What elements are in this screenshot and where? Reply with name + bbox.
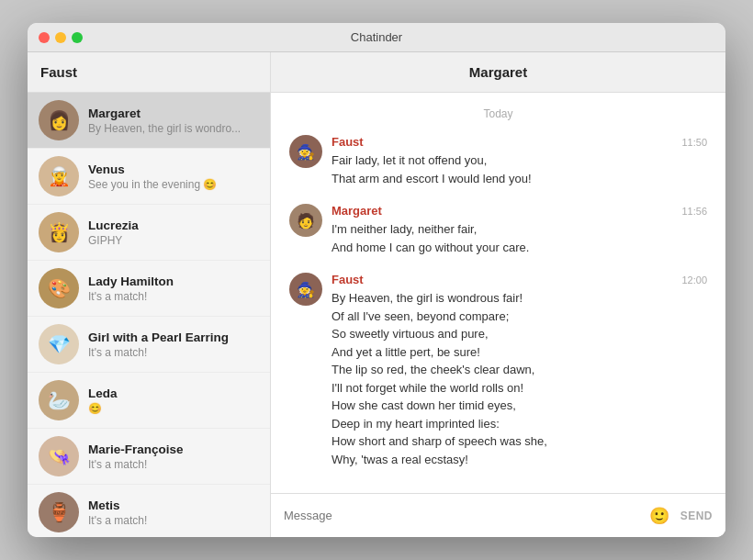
sidebar-item-ladyhamilton[interactable]: 🎨Lady HamiltonIt's a match! (28, 261, 270, 317)
contact-name-leda: Leda (88, 386, 118, 400)
msg-sender-2: Faust (332, 273, 364, 286)
avatar-pearl: 💎 (39, 324, 79, 364)
msg-sender-0: Faust (332, 135, 364, 149)
chat-input-area: 🙂 SEND (271, 493, 725, 537)
msg-time-0: 11:50 (681, 137, 707, 148)
contact-preview-marie: It's a match! (88, 458, 184, 471)
send-button[interactable]: SEND (680, 510, 713, 522)
message-row-0: 🧙Faust11:50Fair lady, let it not offend … (289, 135, 707, 187)
sidebar-item-margaret[interactable]: 👩MargaretBy Heaven, the girl is wondro..… (28, 93, 270, 149)
msg-avatar-0: 🧙 (289, 135, 322, 168)
avatar-venus: 🧝 (39, 156, 79, 196)
main-content: Faust 👩MargaretBy Heaven, the girl is wo… (28, 52, 725, 537)
msg-time-2: 12:00 (681, 274, 707, 286)
contact-preview-metis: It's a match! (88, 514, 147, 527)
contact-preview-ladyhamilton: It's a match! (88, 290, 174, 303)
sidebar: Faust 👩MargaretBy Heaven, the girl is wo… (28, 52, 271, 537)
message-input[interactable] (284, 509, 649, 522)
sidebar-list: 👩MargaretBy Heaven, the girl is wondro..… (28, 93, 270, 537)
avatar-leda: 🦢 (39, 380, 79, 420)
msg-text-0: Fair lady, let it not offend you,That ar… (332, 151, 707, 187)
titlebar: Chatinder (28, 23, 725, 52)
msg-text-2: By Heaven, the girl is wondrous fair!Of … (332, 289, 707, 468)
date-divider: Today (289, 107, 707, 120)
emoji-button[interactable]: 🙂 (649, 506, 669, 526)
contact-name-metis: Metis (88, 498, 147, 512)
msg-avatar-1: 🧑 (289, 204, 322, 237)
contact-preview-leda: 😊 (88, 402, 118, 415)
contact-name-ladyhamilton: Lady Hamilton (88, 274, 174, 288)
avatar-lucrezia: 👸 (39, 212, 79, 252)
sidebar-item-pearl[interactable]: 💎Girl with a Pearl EarringIt's a match! (28, 317, 270, 373)
avatar-margaret: 👩 (39, 100, 79, 140)
message-row-1: 🧑Margaret11:56I'm neither lady, neither … (289, 204, 707, 256)
traffic-lights (39, 32, 83, 43)
sidebar-header: Faust (28, 52, 270, 93)
msg-sender-1: Margaret (332, 204, 382, 218)
close-button[interactable] (39, 32, 50, 43)
sidebar-item-leda[interactable]: 🦢Leda😊 (28, 373, 270, 429)
message-row-2: 🧙Faust12:00By Heaven, the girl is wondro… (289, 273, 707, 468)
msg-avatar-2: 🧙 (289, 273, 322, 306)
contact-preview-pearl: It's a match! (88, 346, 229, 359)
contact-name-venus: Venus (88, 162, 217, 176)
maximize-button[interactable] (72, 32, 83, 43)
avatar-marie: 👒 (39, 436, 79, 476)
contact-name-marie: Marie-Françoise (88, 442, 184, 456)
contact-name-lucrezia: Lucrezia (88, 218, 139, 232)
sidebar-item-marie[interactable]: 👒Marie-FrançoiseIt's a match! (28, 429, 270, 485)
contact-preview-lucrezia: GIPHY (88, 234, 139, 247)
sidebar-item-lucrezia[interactable]: 👸LucreziaGIPHY (28, 205, 270, 261)
minimize-button[interactable] (55, 32, 66, 43)
contact-preview-venus: See you in the evening 😊 (88, 178, 217, 191)
contact-name-pearl: Girl with a Pearl Earring (88, 330, 229, 344)
chat-area: Margaret Today 🧙Faust11:50Fair lady, let… (271, 52, 725, 537)
sidebar-title: Faust (40, 64, 77, 80)
contact-name-margaret: Margaret (88, 106, 241, 120)
app-title: Chatinder (351, 30, 402, 44)
contact-preview-margaret: By Heaven, the girl is wondro... (88, 122, 241, 135)
msg-text-1: I'm neither lady, neither fair,And home … (332, 220, 707, 256)
sidebar-item-venus[interactable]: 🧝VenusSee you in the evening 😊 (28, 149, 270, 205)
chat-messages: Today 🧙Faust11:50Fair lady, let it not o… (271, 93, 725, 493)
sidebar-item-metis[interactable]: 🏺MetisIt's a match! (28, 485, 270, 537)
chat-header: Margaret (271, 52, 725, 93)
avatar-ladyhamilton: 🎨 (39, 268, 79, 308)
app-window: Chatinder Faust 👩MargaretBy Heaven, the … (28, 23, 725, 537)
msg-time-1: 11:56 (681, 206, 707, 217)
avatar-metis: 🏺 (39, 492, 79, 532)
chat-contact-name: Margaret (469, 64, 527, 80)
